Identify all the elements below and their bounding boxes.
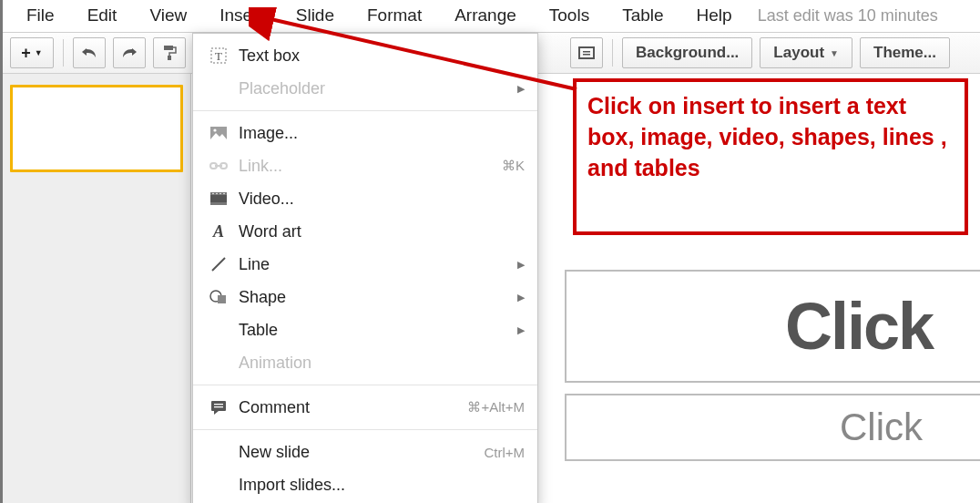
- paint-format-button[interactable]: [153, 37, 186, 68]
- chevron-down-icon: ▼: [35, 48, 43, 57]
- image-icon: [206, 127, 231, 139]
- menu-item-comment[interactable]: Comment ⌘+Alt+M: [193, 391, 537, 424]
- menu-item-textbox[interactable]: T Text box: [193, 39, 537, 72]
- menu-item-new-slide[interactable]: New slide Ctrl+M: [193, 436, 537, 468]
- menu-item-label: Word art: [239, 222, 525, 241]
- menu-separator: [193, 429, 537, 430]
- subtitle-placeholder[interactable]: Click: [565, 394, 980, 461]
- menu-table[interactable]: Table: [606, 2, 679, 29]
- menu-item-table[interactable]: Table ▶: [193, 313, 537, 346]
- svg-point-8: [213, 128, 216, 131]
- menu-shortcut: ⌘K: [502, 158, 525, 174]
- menu-item-image[interactable]: Image...: [193, 117, 537, 149]
- wordart-icon: A: [206, 222, 231, 241]
- insert-dropdown: T Text box Placeholder ▶ Image... Link..…: [192, 33, 538, 503]
- menu-item-label: Placeholder: [239, 79, 517, 98]
- menu-item-label: Video...: [239, 190, 525, 209]
- subtitle-placeholder-text: Click: [840, 405, 923, 449]
- menu-item-label: Line: [239, 255, 517, 274]
- theme-button[interactable]: Theme...: [860, 37, 950, 68]
- menu-bar: File Edit View Insert Slide Format Arran…: [3, 0, 980, 32]
- svg-rect-0: [164, 46, 173, 50]
- menu-item-label: Comment: [239, 398, 467, 417]
- slide-panel: [3, 74, 191, 503]
- submenu-arrow-icon: ▶: [517, 259, 525, 271]
- svg-rect-14: [210, 202, 227, 205]
- slide-thumbnail[interactable]: [10, 85, 183, 172]
- menu-item-placeholder: Placeholder ▶: [193, 72, 537, 105]
- svg-rect-2: [579, 47, 594, 58]
- menu-edit[interactable]: Edit: [71, 2, 134, 29]
- menu-item-label: Link...: [239, 157, 502, 176]
- menu-item-link: Link... ⌘K: [193, 149, 537, 182]
- submenu-arrow-icon: ▶: [517, 83, 525, 95]
- new-slide-button[interactable]: + ▼: [10, 37, 54, 68]
- svg-rect-3: [583, 51, 590, 53]
- menu-item-line[interactable]: Line ▶: [193, 248, 537, 281]
- menu-slide[interactable]: Slide: [280, 2, 351, 29]
- svg-point-16: [216, 193, 218, 195]
- svg-point-17: [219, 193, 221, 195]
- menu-format[interactable]: Format: [351, 2, 438, 29]
- menu-help[interactable]: Help: [680, 2, 749, 29]
- submenu-arrow-icon: ▶: [517, 324, 525, 336]
- fit-icon: [578, 46, 595, 59]
- textbox-icon: T: [206, 47, 231, 64]
- svg-point-15: [212, 193, 214, 195]
- menu-item-label: Image...: [239, 124, 525, 143]
- menu-shortcut: ⌘+Alt+M: [467, 399, 525, 416]
- menu-shortcut: Ctrl+M: [484, 445, 525, 460]
- menu-arrange[interactable]: Arrange: [438, 2, 533, 29]
- menu-item-label: Import slides...: [239, 476, 525, 495]
- svg-rect-23: [214, 404, 223, 405]
- toolbar-separator: [63, 39, 64, 67]
- menu-item-label: Shape: [239, 288, 517, 307]
- menu-tools[interactable]: Tools: [533, 2, 606, 29]
- menu-item-label: Animation: [239, 354, 525, 373]
- line-icon: [206, 256, 231, 272]
- last-edit-label[interactable]: Last edit was 10 minutes: [758, 6, 938, 26]
- undo-icon: [81, 46, 97, 60]
- svg-rect-11: [215, 165, 222, 167]
- redo-icon: [121, 46, 138, 60]
- svg-rect-22: [211, 401, 226, 411]
- svg-line-19: [212, 258, 225, 271]
- menu-view[interactable]: View: [133, 2, 203, 29]
- menu-item-label: Text box: [239, 46, 525, 66]
- svg-rect-1: [168, 56, 171, 60]
- fit-button[interactable]: [570, 37, 603, 68]
- menu-item-video[interactable]: Video...: [193, 182, 537, 215]
- undo-button[interactable]: [73, 37, 106, 68]
- toolbar-separator: [612, 39, 613, 67]
- menu-file[interactable]: File: [10, 2, 71, 29]
- plus-icon: +: [21, 44, 31, 63]
- layout-button[interactable]: Layout ▼: [760, 37, 852, 68]
- menu-item-label: Table: [239, 321, 517, 340]
- layout-label: Layout: [773, 44, 824, 62]
- svg-text:T: T: [215, 49, 222, 63]
- annotation-callout: Click on insert to insert a text box, im…: [573, 78, 968, 235]
- redo-button[interactable]: [113, 37, 146, 68]
- video-icon: [206, 192, 231, 205]
- menu-separator: [193, 110, 537, 111]
- svg-rect-21: [218, 295, 226, 303]
- menu-item-wordart[interactable]: A Word art: [193, 215, 537, 248]
- svg-rect-24: [214, 406, 223, 407]
- title-placeholder-text: Click: [785, 289, 933, 364]
- link-icon: [206, 161, 231, 170]
- menu-item-import-slides[interactable]: Import slides...: [193, 468, 537, 501]
- submenu-arrow-icon: ▶: [517, 292, 525, 303]
- title-placeholder[interactable]: Click: [565, 270, 980, 383]
- annotation-text: Click on insert to insert a text box, im…: [587, 91, 954, 183]
- shape-icon: [206, 289, 231, 305]
- background-button[interactable]: Background...: [622, 37, 752, 68]
- chevron-down-icon: ▼: [830, 48, 839, 58]
- svg-rect-4: [583, 54, 590, 56]
- menu-insert[interactable]: Insert: [203, 2, 280, 29]
- paint-roller-icon: [162, 45, 177, 61]
- menu-item-label: New slide: [239, 443, 484, 462]
- background-label: Background...: [636, 44, 739, 62]
- menu-item-shape[interactable]: Shape ▶: [193, 281, 537, 313]
- svg-point-18: [223, 193, 225, 195]
- comment-icon: [206, 400, 231, 415]
